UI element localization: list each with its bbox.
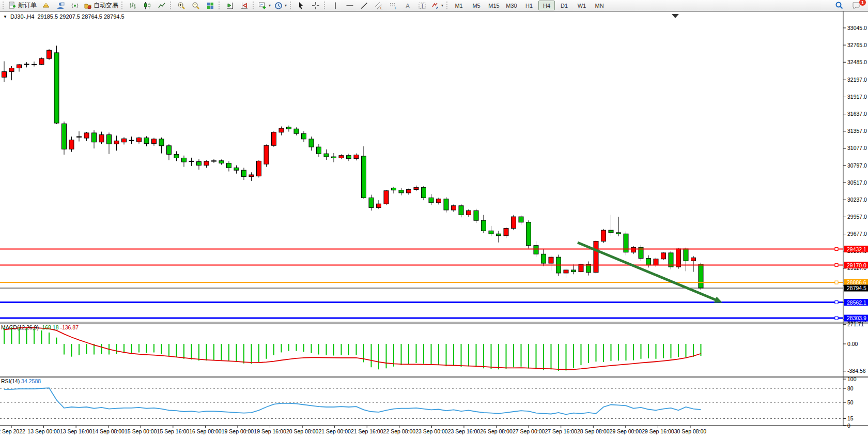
svg-text:31357.0: 31357.0 (847, 128, 867, 134)
hline-handle[interactable] (835, 281, 838, 284)
new-order-button[interactable]: 新订单 (7, 0, 38, 11)
signals-button[interactable] (68, 0, 82, 11)
signal-icon (71, 2, 79, 10)
timeframe-h4[interactable]: H4 (538, 1, 555, 10)
notifications-button[interactable]: 1 (849, 0, 863, 11)
candle-body (54, 53, 59, 123)
candle-body (317, 147, 321, 154)
time-label: 28 Sep 08:00 (577, 428, 610, 434)
candle-chart-button[interactable] (140, 0, 154, 11)
timeframe-w1[interactable]: W1 (574, 1, 590, 10)
profiles-button[interactable]: ▾ (273, 0, 288, 11)
candle-body (339, 156, 344, 158)
candle-body (691, 258, 696, 261)
horizontal-line-button[interactable] (343, 0, 357, 11)
time-label: 16 Sep 08:00 (189, 428, 222, 434)
svg-text:100: 100 (847, 376, 857, 382)
svg-text:31077.0: 31077.0 (847, 145, 867, 151)
candle-body (549, 257, 553, 263)
candle-body (2, 72, 7, 78)
hline-handle[interactable] (835, 301, 838, 304)
candle-body (512, 217, 516, 228)
candle-body (407, 189, 411, 193)
gold-symbol-button[interactable] (39, 0, 53, 11)
clock-icon (274, 2, 283, 10)
time-label: 30 Sep 08:00 (674, 428, 707, 434)
text-label-icon: T (418, 2, 426, 10)
chart-window[interactable]: 33045.032765.032485.032197.031917.031637… (0, 11, 868, 437)
candle-body (392, 188, 396, 190)
candle-body (362, 156, 366, 198)
candle-body (526, 222, 531, 246)
community-button[interactable] (53, 0, 67, 11)
svg-text:30517.0: 30517.0 (847, 179, 867, 186)
trendline-button[interactable] (357, 0, 371, 11)
svg-text:80: 80 (847, 385, 854, 391)
auto-scroll-button[interactable] (237, 0, 251, 11)
zoom-out-button[interactable] (189, 0, 203, 11)
candle-body (264, 145, 269, 164)
new-order-label: 新订单 (18, 1, 37, 10)
text-button[interactable]: A (400, 0, 414, 11)
timeframe-m30[interactable]: M30 (503, 1, 520, 10)
cursor-button[interactable] (294, 0, 308, 11)
candle-body (309, 139, 314, 147)
collapse-icon[interactable]: ▼ (3, 14, 7, 19)
macd-indicator-label: MACD(12,26,9) -168.18 -136.87 (1, 324, 79, 330)
candle-body (9, 68, 14, 72)
time-label: 2 Sep 2022 (0, 428, 25, 434)
svg-text:A: A (406, 2, 410, 9)
arrows-objects-button[interactable]: ▾ (429, 0, 445, 11)
horizontal-line-icon (346, 2, 354, 10)
candle-body (601, 230, 606, 241)
candle-body (272, 132, 276, 145)
zoom-in-button[interactable] (174, 0, 188, 11)
svg-text:-384.56: -384.56 (847, 368, 866, 374)
candle-body (137, 138, 142, 142)
equidistant-channel-button[interactable]: E (371, 0, 385, 11)
svg-text:15: 15 (847, 415, 854, 421)
search-button[interactable] (832, 0, 846, 11)
text-label-button[interactable]: T (415, 0, 429, 11)
tile-windows-button[interactable] (203, 0, 217, 11)
chart-shift-button[interactable] (223, 0, 237, 11)
candle-body (17, 65, 22, 68)
candle-body (32, 64, 37, 65)
candle-body (676, 249, 681, 267)
candle-body (489, 231, 493, 234)
symbol-name: DJ30-,H4 (10, 13, 34, 20)
candle-body (257, 161, 261, 176)
candle-body (369, 198, 374, 207)
candle-body (107, 135, 112, 144)
new-chart-button[interactable]: ▾ (257, 0, 272, 11)
toolbar-grip (253, 2, 255, 9)
person-icon (56, 2, 65, 10)
candle-body (414, 187, 419, 189)
timeframe-m1[interactable]: M1 (451, 1, 467, 10)
fibonacci-button[interactable]: F (386, 0, 400, 11)
timeframe-m15[interactable]: M15 (486, 1, 502, 10)
timeframe-h1[interactable]: H1 (521, 1, 537, 10)
candle-body (129, 140, 134, 141)
zoom-out-icon (192, 2, 200, 10)
hline-handle[interactable] (835, 264, 838, 267)
candle-body (24, 64, 29, 65)
timeframe-mn[interactable]: MN (591, 1, 608, 10)
bar-chart-button[interactable] (126, 0, 140, 11)
svg-text:32485.0: 32485.0 (847, 59, 867, 65)
chart-canvas[interactable]: 33045.032765.032485.032197.031917.031637… (0, 11, 868, 437)
candle-body (699, 264, 703, 288)
channel-icon: E (375, 2, 383, 10)
crosshair-button[interactable] (308, 0, 322, 11)
hline-handle[interactable] (835, 317, 838, 320)
auto-trading-button[interactable]: 自动交易 (82, 0, 120, 11)
hline-handle[interactable] (835, 248, 838, 251)
chart-shift-icon (226, 2, 234, 10)
timeframe-m5[interactable]: M5 (468, 1, 485, 10)
line-chart-button[interactable] (154, 0, 168, 11)
timeframe-d1[interactable]: D1 (556, 1, 572, 10)
time-label: 21 Sep 16:00 (351, 428, 383, 434)
svg-text:32197.0: 32197.0 (847, 77, 867, 83)
candle-body (197, 162, 202, 165)
vertical-line-button[interactable] (328, 0, 342, 11)
